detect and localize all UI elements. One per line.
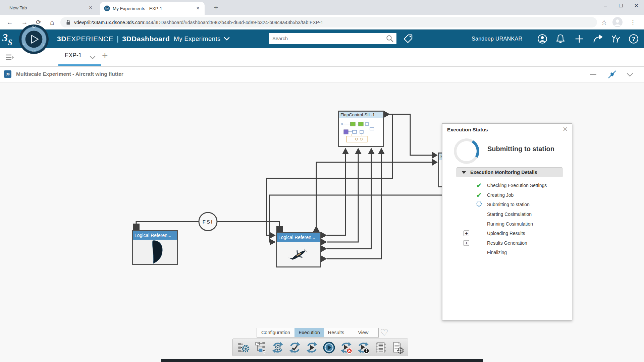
widget-minimize-icon[interactable] (590, 74, 596, 75)
new-tab-button[interactable]: + (211, 3, 221, 13)
active-tab-underline (58, 64, 101, 66)
report-settings-icon[interactable] (391, 341, 404, 354)
widget-chevron-down-icon[interactable] (626, 72, 634, 77)
expand-plus-icon[interactable]: + (464, 231, 469, 236)
step-label: Finalizing (487, 250, 507, 255)
check-icon: ✔ (474, 191, 484, 199)
footer-tab-bar: Configuration Execution Results View (257, 328, 379, 338)
tab-chevron-down-icon[interactable] (89, 55, 96, 60)
log-icon[interactable] (374, 341, 387, 354)
step-row: Starting Cosimulation (442, 209, 573, 219)
expand-plus-icon[interactable]: + (464, 240, 469, 246)
step-row: ✔ Creating Job (442, 190, 573, 200)
run-icon[interactable] (323, 341, 335, 354)
tab-list-icon[interactable] (5, 53, 15, 62)
monitoring-details-header[interactable]: Execution Monitoring Details (457, 167, 562, 177)
port-arrow (432, 152, 438, 159)
brand-separator: | (117, 35, 119, 43)
tab-view[interactable]: View (348, 328, 378, 337)
step-row: Finalizing (442, 248, 573, 257)
close-icon[interactable]: ✕ (562, 125, 568, 133)
browser-tab-bar: New Tab × My Experiments - EXP-1 × + – ☐… (0, 0, 644, 15)
lock-icon (66, 19, 71, 25)
notifications-bell-icon[interactable] (555, 33, 566, 45)
search-input[interactable] (269, 36, 386, 41)
app-top-bar: 3 S 3DEXPERIENCE | 3DDashboard My Experi… (0, 29, 644, 48)
node-thumbnail (339, 118, 383, 146)
step-label: Starting Cosimulation (487, 212, 532, 217)
airfoil-thumbnail-icon (140, 240, 170, 264)
wire (327, 154, 358, 242)
execution-status-panel: Execution Status ✕ Submitting to station… (442, 123, 572, 320)
bookmark-star-icon[interactable]: ☆ (599, 17, 609, 27)
3ds-logo-icon: 3 S (2, 31, 17, 47)
node-logical-left[interactable]: Logical Referen... (132, 230, 178, 265)
tab-configuration[interactable]: Configuration (257, 328, 294, 337)
execution-settings-icon[interactable] (237, 341, 250, 354)
widget-app-icon: 3s (4, 70, 11, 78)
port-arrow (321, 255, 327, 262)
step-label: Uploading Results (487, 231, 525, 236)
browser-tab-active[interactable]: My Experiments - EXP-1 × (100, 2, 205, 15)
search-icon[interactable] (386, 35, 394, 43)
window-maximize-button[interactable]: ☐ (613, 0, 629, 11)
port-arrow (355, 148, 362, 154)
3d-compass-icon[interactable]: V.R 3D i (19, 24, 49, 54)
tab-execution[interactable]: Execution (294, 328, 324, 337)
share-icon[interactable] (592, 33, 603, 45)
add-content-icon[interactable] (574, 33, 585, 45)
step-row: Running Cosimulation (442, 219, 573, 229)
dashboard-name[interactable]: My Experiments (174, 35, 221, 43)
sync-check-icon[interactable] (288, 341, 301, 354)
sync-info-icon[interactable] (357, 341, 370, 354)
widget-title: Multiscale Experiment - Aircraft wing fl… (16, 71, 123, 77)
port-arrow (432, 159, 438, 166)
browser-toolbar: ← → ⟳ ⌂ vdevpril233am.ux.dsone.3ds.com:4… (0, 15, 644, 29)
add-tab-button[interactable]: + (102, 50, 108, 61)
sync-play-icon[interactable] (306, 341, 318, 354)
step-row: ✔ Checking Execution Settings (442, 181, 573, 190)
favorite-heart-icon[interactable]: ♡ (380, 327, 388, 338)
footer-strip (161, 359, 483, 362)
node-thumbnail (133, 240, 177, 264)
execution-toolbar (232, 339, 408, 356)
step-label: Results Generation (487, 240, 527, 246)
help-icon[interactable]: ? (628, 33, 639, 45)
fsi-node[interactable]: FSI (199, 213, 217, 231)
window-minimize-button[interactable]: – (598, 0, 613, 11)
port-arrow (270, 232, 276, 239)
tab-results[interactable]: Results (324, 328, 348, 337)
url-path: :444/3DDashboard/#dashboard:9962b44b-d64… (144, 20, 323, 25)
search-box[interactable] (269, 33, 396, 44)
step-label: Checking Execution Settings (487, 183, 547, 188)
tag-icon[interactable] (402, 33, 414, 45)
sync-abort-icon[interactable] (340, 341, 353, 354)
browser-menu-icon[interactable]: ⋮ (628, 17, 638, 27)
window-close-button[interactable]: ✕ (629, 0, 644, 11)
close-tab-icon[interactable]: × (87, 5, 94, 11)
back-icon[interactable]: ← (5, 17, 15, 27)
widget-collapse-icon[interactable] (608, 70, 616, 79)
brand-block: 3DEXPERIENCE | 3DDashboard My Experiment… (57, 29, 230, 48)
chevron-down-icon[interactable] (223, 37, 230, 41)
port-arrow (313, 226, 320, 232)
node-flapcontrol[interactable]: FlapControl-SIL-1 (338, 111, 384, 147)
experiment-canvas[interactable]: FSI H FlapControl-SIL-1 (0, 82, 644, 362)
fsi-label: FSI (203, 219, 213, 225)
browser-profile-avatar[interactable] (612, 17, 623, 27)
block-diagram-thumbnail-icon (340, 119, 382, 145)
browser-tab-newtab[interactable]: New Tab × (4, 3, 97, 13)
profile-icon[interactable] (537, 33, 548, 45)
port-arrow (384, 111, 390, 118)
community-icon[interactable] (610, 33, 621, 45)
node-logical-center[interactable]: Logical Referen... (276, 232, 321, 267)
sync-gear-icon[interactable] (271, 341, 284, 354)
address-bar[interactable]: vdevpril233am.ux.dsone.3ds.com:444/3DDas… (60, 17, 597, 27)
tab-exp-1[interactable]: EXP-1 (65, 52, 82, 59)
port-arrow (321, 232, 327, 239)
close-tab-icon[interactable]: × (195, 5, 201, 11)
user-name[interactable]: Sandeep URANKAR (472, 29, 522, 48)
port-arrow (270, 239, 276, 245)
model-tree-icon[interactable] (254, 341, 267, 354)
browser-tab-title: New Tab (9, 5, 27, 10)
